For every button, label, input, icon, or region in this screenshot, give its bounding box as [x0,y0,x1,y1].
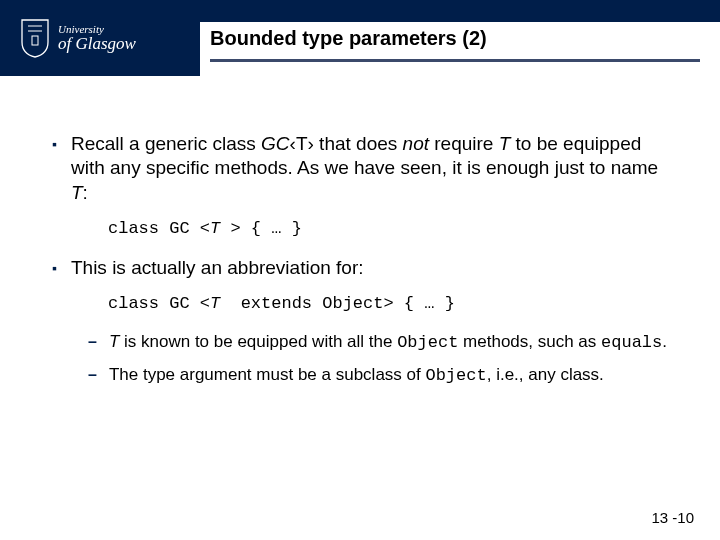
code-line: class GC <T extends Object> { … } [108,294,668,313]
t: The type argument must be a subclass of [109,365,426,384]
sub-bullet-item: – The type argument must be a subclass o… [88,364,668,387]
svg-rect-2 [32,36,38,45]
dash-marker: – [88,366,97,387]
t: methods, such as [458,332,601,351]
t: GC [261,133,290,154]
code: T [210,219,230,238]
sub-bullet-text: T is known to be equipped with all the O… [109,331,667,354]
t: , i.e., any class. [487,365,604,384]
t: not [403,133,429,154]
t: T [71,182,83,203]
bullet-text: This is actually an abbreviation for: [71,256,364,280]
t: : [83,182,88,203]
code: T [210,294,230,313]
bullet-item: ▪ This is actually an abbreviation for: [52,256,668,280]
t: T [109,332,119,351]
t: that does [314,133,403,154]
code-line: class GC <T > { … } [108,219,668,238]
sub-bullet-item: – T is known to be equipped with all the… [88,331,668,354]
crest-icon [20,18,50,58]
slide: University of Glasgow Bounded type param… [0,0,720,540]
sub-bullet-text: The type argument must be a subclass of … [109,364,604,387]
title-rule [210,59,700,62]
bullet-text: Recall a generic class GC‹T› that does n… [71,132,668,205]
t: equals [601,333,662,352]
dash-marker: – [88,333,97,354]
t: require [429,133,499,154]
bullet-item: ▪ Recall a generic class GC‹T› that does… [52,132,668,205]
code: > { … } [230,219,301,238]
university-text: University of Glasgow [58,23,136,54]
t: Object [425,366,486,385]
t: is known to be equipped with all the [119,332,397,351]
uni-of: of [58,34,71,53]
page-number: 13 -10 [651,509,694,526]
code: extends Object> { … } [230,294,454,313]
uni-name: Glasgow [75,34,135,53]
bullet-marker: ▪ [52,136,57,205]
university-logo: University of Glasgow [20,18,136,58]
t: ‹T› [290,133,314,154]
t: . [662,332,667,351]
code: class GC < [108,294,210,313]
slide-title: Bounded type parameters (2) [210,24,720,76]
t: Recall a generic class [71,133,261,154]
slide-header: University of Glasgow Bounded type param… [0,0,720,76]
bullet-marker: ▪ [52,260,57,280]
t: T [499,133,511,154]
t: Object [397,333,458,352]
slide-body: ▪ Recall a generic class GC‹T› that does… [0,76,720,516]
code: class GC < [108,219,210,238]
